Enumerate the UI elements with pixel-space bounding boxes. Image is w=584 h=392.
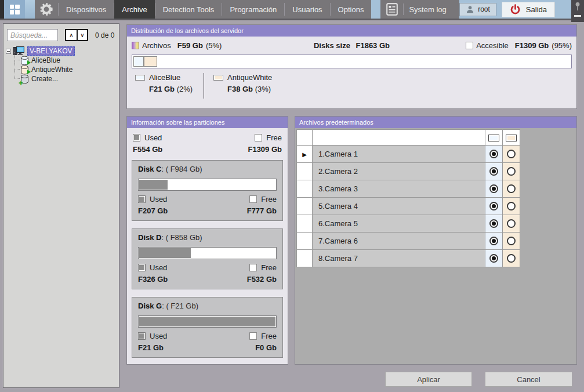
archive-radio-selected[interactable] (489, 167, 498, 176)
archive-column-header-aliceblue[interactable] (485, 130, 503, 146)
archive-radio-selected[interactable] (489, 184, 498, 193)
archive-radio[interactable] (507, 237, 516, 245)
settings-gear-icon[interactable] (35, 0, 58, 19)
disk-section-disk-d: Disk D: ( F858 Gb)UsedFreeF326 GbF532 Gb (132, 228, 283, 289)
user-button[interactable]: root (459, 3, 496, 16)
power-icon (510, 4, 521, 15)
accesible-value: F1309 Gb (515, 41, 549, 50)
window-edge (0, 0, 4, 19)
archive-radio[interactable] (507, 254, 516, 263)
tab-usuarios[interactable]: Usuarios (285, 0, 329, 19)
archive-radio[interactable] (507, 167, 516, 176)
cancel-button[interactable]: Cancel (485, 372, 572, 387)
archive-radio-cell-aliceblue[interactable] (485, 163, 503, 180)
archive-radio-selected[interactable] (489, 237, 498, 245)
exit-button[interactable]: Salida (502, 2, 555, 17)
pin-icon[interactable] (575, 2, 581, 12)
archive-radio[interactable] (507, 219, 516, 228)
archive-radio[interactable] (507, 150, 516, 158)
archive-radio-cell-antiquewhite[interactable] (503, 233, 520, 250)
total-free-value: F1309 Gb (248, 145, 282, 154)
tab-options[interactable]: Options (331, 0, 372, 19)
search-next-button[interactable]: ∨ (77, 30, 87, 40)
disk-values-row: F207 GbF777 Gb (138, 206, 277, 215)
server-label: V-BELYAKOV (27, 46, 75, 56)
exit-label: Salida (526, 5, 547, 14)
row-selector-cell[interactable] (297, 215, 313, 233)
accesible-checkbox[interactable] (466, 42, 473, 49)
archive-column-header-antiquewhite[interactable] (503, 130, 520, 146)
disk-title: Disk D: ( F858 Gb) (138, 233, 277, 242)
archive-legend: AliceBlueF21 Gb (2%)AntiqueWhiteF38 Gb (… (132, 73, 572, 99)
minimize-button[interactable] (574, 15, 581, 17)
table-row: 8.Camera 7 (297, 250, 520, 267)
tree-item-create[interactable]: +Create... (12, 74, 117, 84)
legend-percent: (3%) (253, 85, 271, 93)
camera-name-cell[interactable]: 1.Camera 1 (313, 146, 485, 163)
row-selector-cell[interactable] (297, 233, 313, 250)
tab-dispositivos[interactable]: Dispositivos (59, 0, 114, 19)
archive-radio-selected[interactable] (489, 254, 498, 263)
archive-radio-cell-aliceblue[interactable] (485, 198, 503, 215)
archive-radio-cell-antiquewhite[interactable] (503, 250, 520, 267)
archive-column-swatch (506, 135, 517, 141)
archive-radio-cell-aliceblue[interactable] (485, 146, 503, 163)
app-menu-button[interactable] (4, 0, 25, 19)
archive-radio-cell-antiquewhite[interactable] (503, 198, 520, 215)
archive-radio-cell-aliceblue[interactable] (485, 250, 503, 267)
archive-radio[interactable] (507, 202, 516, 210)
archive-radio-selected[interactable] (489, 202, 498, 210)
system-log-button[interactable]: System log (380, 0, 459, 19)
default-archives-panel: Archivos predeterminados ▶1.Camera 12.Ca… (295, 116, 577, 365)
system-log-icon (386, 3, 398, 16)
camera-name-cell[interactable]: 2.Camera 2 (313, 163, 485, 180)
row-selector-cell[interactable] (297, 198, 313, 215)
table-row: 6.Camera 5 (297, 215, 520, 233)
archive-radio-selected[interactable] (489, 150, 498, 158)
apply-button[interactable]: Aplicar (385, 372, 472, 387)
camera-name-cell[interactable]: 5.Camera 4 (313, 198, 485, 215)
tree-item-server[interactable]: V-BELYAKOV (6, 46, 117, 56)
row-selector-cell[interactable]: ▶ (297, 146, 313, 163)
divider (403, 3, 404, 15)
camera-name-cell[interactable]: 7.Camera 6 (313, 233, 485, 250)
archive-radio-cell-aliceblue[interactable] (485, 215, 503, 233)
archive-radio[interactable] (507, 184, 516, 193)
disk-name: Disk C (138, 165, 161, 173)
tree-item-label: AntiqueWhite (31, 66, 72, 74)
camera-name-cell[interactable]: 8.Camera 7 (313, 250, 485, 267)
tab-detection-tools[interactable]: Detection Tools (155, 0, 222, 19)
free-swatch (249, 332, 257, 340)
tab-programaci-n[interactable]: Programación (222, 0, 284, 19)
archive-radio-cell-aliceblue[interactable] (485, 180, 503, 198)
row-selector-cell[interactable] (297, 180, 313, 198)
search-prev-button[interactable]: ∧ (66, 30, 77, 40)
archive-radio-cell-antiquewhite[interactable] (503, 180, 520, 198)
user-icon (466, 5, 474, 14)
camera-name-cell[interactable]: 3.Camera 3 (313, 180, 485, 198)
disk-size: : ( F21 Gb) (162, 302, 198, 310)
camera-name-cell[interactable]: 6.Camera 5 (313, 215, 485, 233)
tab-archive[interactable]: Archive (114, 0, 154, 19)
user-label: root (478, 5, 490, 13)
tree-item-aliceblue[interactable]: AliceBlue (12, 56, 117, 65)
archive-radio-cell-antiquewhite[interactable] (503, 163, 520, 180)
free-swatch (249, 264, 257, 271)
row-selector-cell[interactable] (297, 163, 313, 180)
free-item: Free (249, 195, 277, 204)
disk-used-value: F326 Gb (138, 275, 168, 284)
archive-radio-cell-aliceblue[interactable] (485, 233, 503, 250)
tree-item-label: AliceBlue (31, 56, 60, 64)
search-input[interactable] (7, 29, 58, 41)
disk-name: Disk D (138, 233, 161, 242)
row-selector-cell[interactable] (297, 250, 313, 267)
tree-item-antiquewhite[interactable]: AntiqueWhite (12, 65, 117, 74)
disk-usage-bar (138, 247, 277, 259)
legend-size: F21 Gb (149, 85, 175, 93)
tree-collapse-toggle[interactable] (6, 49, 11, 54)
database-aliceblue-icon (20, 56, 29, 66)
archive-radio-cell-antiquewhite[interactable] (503, 146, 520, 163)
archive-radio-selected[interactable] (489, 219, 498, 228)
archive-radio-cell-antiquewhite[interactable] (503, 215, 520, 233)
disk-used-value: F21 Gb (138, 343, 164, 352)
